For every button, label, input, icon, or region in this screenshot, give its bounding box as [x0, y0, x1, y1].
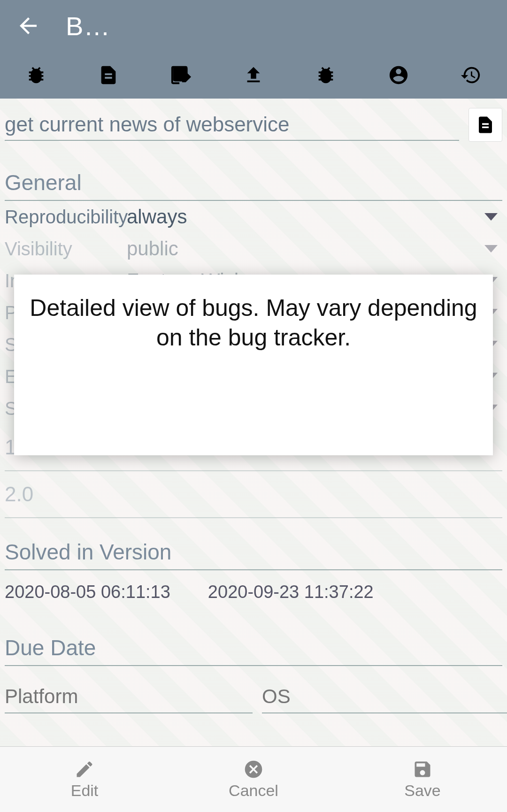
bug-title-input[interactable] — [5, 109, 459, 141]
field-label: Reproducibility — [5, 207, 127, 228]
field-label: Visibility — [5, 238, 127, 260]
updated-date: 2020-09-23 11:37:22 — [208, 582, 374, 602]
dropdown-value: always — [127, 206, 187, 228]
field-value: public — [127, 237, 502, 260]
chevron-down-icon — [484, 213, 498, 221]
history-icon[interactable] — [459, 63, 483, 87]
section-general: General — [5, 161, 502, 201]
upload-icon[interactable] — [242, 63, 265, 87]
app-bar: B… — [0, 0, 507, 52]
dropdown-value: public — [127, 237, 178, 260]
document-icon[interactable] — [97, 63, 120, 87]
os-input[interactable] — [262, 681, 507, 713]
edit-label: Edit — [71, 781, 99, 800]
field-value: always — [127, 206, 502, 228]
back-icon[interactable] — [14, 12, 42, 40]
section-due-date[interactable]: Due Date — [5, 626, 502, 666]
version-row-2[interactable]: 2.0 — [5, 471, 502, 518]
created-date: 2020-08-05 06:11:13 — [5, 582, 170, 602]
field-visibility[interactable]: Visibility public — [5, 233, 502, 265]
bug-icon[interactable] — [24, 63, 48, 87]
tab-bar — [0, 52, 507, 99]
dates-row: 2020-08-05 06:11:13 2020-09-23 11:37:22 — [5, 570, 502, 614]
note-icon[interactable] — [169, 63, 193, 87]
page-title: B… — [66, 11, 110, 41]
pencil-icon — [74, 759, 95, 780]
cancel-label: Cancel — [229, 781, 278, 800]
edit-button[interactable]: Edit — [0, 747, 169, 812]
save-button[interactable]: Save — [338, 747, 507, 812]
field-reproducibility[interactable]: Reproducibility always — [5, 201, 502, 233]
save-icon — [412, 759, 433, 780]
person-icon[interactable] — [387, 63, 410, 87]
close-circle-icon — [243, 759, 264, 780]
platform-input[interactable] — [5, 681, 253, 713]
section-solved-version: Solved in Version — [5, 530, 502, 570]
bug2-icon[interactable] — [314, 63, 338, 87]
save-label: Save — [404, 781, 441, 800]
info-tooltip[interactable]: Detailed view of bugs. May vary dependin… — [14, 275, 493, 455]
tooltip-text: Detailed view of bugs. May vary dependin… — [30, 295, 477, 351]
cancel-button[interactable]: Cancel — [169, 747, 338, 812]
bottom-bar: Edit Cancel Save — [0, 746, 507, 812]
chevron-down-icon — [484, 245, 498, 253]
description-button[interactable] — [469, 108, 502, 142]
